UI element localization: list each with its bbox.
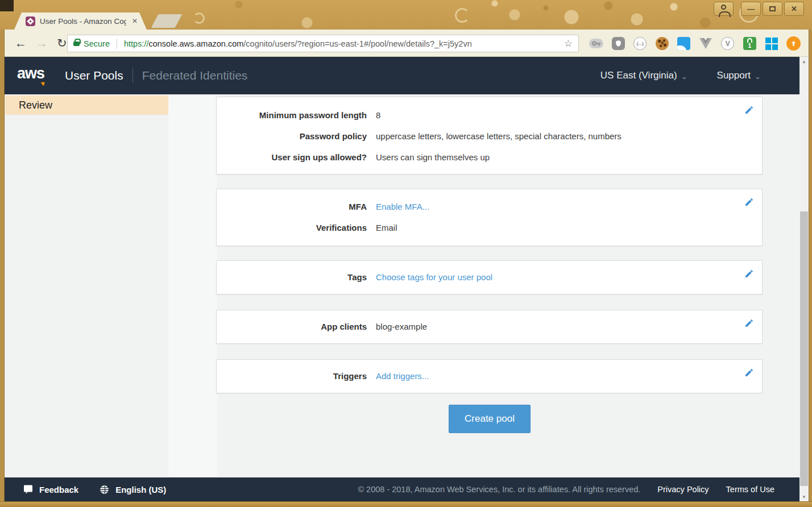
password-policy-panel: Minimum password length 8 Password polic… [216, 97, 763, 174]
add-triggers-link[interactable]: Add triggers... [376, 371, 429, 381]
browser-tab[interactable]: User Pools - Amazon Cog ✕ [14, 13, 147, 30]
review-row: Password policy uppercase letters, lower… [217, 131, 762, 142]
minimize-icon: — [747, 5, 755, 13]
language-label: English (US) [115, 485, 166, 494]
secure-padlock-icon [73, 41, 80, 46]
aws-nav-bar: aws User Pools Federated Identities US E… [5, 57, 799, 94]
profile-button[interactable] [714, 2, 734, 16]
row-value: 8 [376, 110, 380, 120]
forward-button[interactable]: → [36, 37, 48, 49]
theme-corner-art [0, 0, 14, 11]
v-circle-extension-icon[interactable]: V [720, 36, 735, 51]
page-scrollbar[interactable]: ▲ ▼ [799, 57, 809, 501]
maximize-button[interactable] [763, 2, 782, 16]
scrollbar-thumb[interactable] [800, 211, 808, 486]
page-viewport: aws User Pools Federated Identities US E… [5, 57, 799, 501]
vue-devtools-extension-icon[interactable] [699, 36, 713, 51]
browser-toolbar: ← → ↻ Secure https://console.aws.amazon.… [5, 30, 809, 57]
window-frame-right [809, 30, 812, 507]
copyright-text: © 2008 - 2018, Amazon Web Services, Inc.… [358, 485, 640, 494]
review-row: Triggers Add triggers... [217, 371, 762, 381]
choose-tags-link[interactable]: Choose tags for your user pool [376, 272, 492, 282]
scroll-down-icon[interactable]: ▼ [799, 492, 809, 501]
review-row: Verifications Email [217, 223, 762, 233]
sidebar-item-label: Review [19, 99, 52, 111]
globe-icon [99, 484, 110, 495]
secure-label: Secure [84, 39, 110, 48]
chevron-down-icon: ⌄ [681, 72, 687, 81]
minimize-button[interactable]: — [741, 2, 761, 16]
region-label: US East (Virginia) [600, 70, 677, 81]
bookmark-star-icon[interactable]: ☆ [564, 38, 573, 49]
review-row: App clients blog-example [217, 322, 762, 332]
scroll-up-icon[interactable]: ▲ [799, 57, 809, 66]
cookie-extension-icon[interactable] [655, 36, 669, 51]
aws-footer: Feedback English (US) © 2008 - 2018, Ama… [5, 477, 799, 501]
address-bar[interactable]: Secure https://console.aws.amazon.com/co… [67, 35, 579, 52]
url-text: https://console.aws.amazon.com/cognito/u… [124, 39, 560, 48]
enable-mfa-link[interactable]: Enable MFA... [376, 202, 429, 212]
nav-divider [132, 68, 133, 83]
edit-pencil-icon[interactable] [744, 368, 754, 377]
language-selector[interactable]: English (US) [99, 484, 166, 495]
url-divider [117, 39, 117, 49]
browser-window: User Pools - Amazon Cog ✕ — ✕ ← → ↻ Secu… [0, 0, 812, 507]
triggers-panel: Triggers Add triggers... [216, 359, 763, 393]
feedback-button[interactable]: Feedback [23, 484, 78, 494]
reload-button[interactable]: ↻ [57, 37, 67, 49]
theme-ornament [193, 13, 205, 24]
edit-pencil-icon[interactable] [744, 197, 754, 207]
back-button[interactable]: ← [15, 37, 27, 49]
region-selector[interactable]: US East (Virginia)⌄ [600, 70, 687, 81]
tab-close-icon[interactable]: ✕ [132, 17, 138, 25]
maximize-icon [769, 6, 776, 11]
edit-pencil-icon[interactable] [744, 318, 754, 328]
row-value: Email [376, 223, 397, 233]
terms-of-use-link[interactable]: Terms of Use [726, 485, 774, 494]
edit-pencil-icon[interactable] [744, 269, 754, 279]
theme-ornament [455, 8, 470, 23]
row-label: Triggers [217, 371, 367, 381]
close-button[interactable]: ✕ [784, 2, 804, 16]
create-pool-button[interactable]: Create pool [449, 405, 531, 433]
review-row: MFA Enable MFA... [217, 202, 762, 212]
edit-pencil-icon[interactable] [744, 105, 754, 115]
tab-title: User Pools - Amazon Cog [40, 17, 126, 26]
privacy-policy-link[interactable]: Privacy Policy [657, 485, 709, 494]
speech-bubble-icon [23, 484, 34, 494]
nav-federated-identities[interactable]: Federated Identities [142, 69, 248, 82]
aws-logo-text: aws [17, 65, 44, 82]
close-icon: ✕ [791, 5, 797, 13]
aws-logo[interactable]: aws [17, 66, 49, 81]
url-domain: console.aws.amazon.com [148, 39, 243, 48]
nav-user-pools[interactable]: User Pools [65, 69, 123, 82]
url-scheme: https:// [124, 39, 149, 48]
review-row: Minimum password length 8 [217, 110, 762, 120]
screen-capture-extension-icon[interactable] [677, 36, 691, 51]
row-label: App clients [217, 322, 367, 332]
row-value: Users can sign themselves up [376, 152, 490, 163]
new-tab-button[interactable] [151, 14, 183, 28]
support-label: Support [717, 70, 751, 81]
window-frame-left [0, 30, 5, 507]
row-value: blog-example [376, 322, 427, 332]
row-value: uppercase letters, lowercase letters, sp… [376, 131, 622, 142]
shield-extension-icon[interactable] [611, 36, 625, 51]
feedback-label: Feedback [39, 485, 78, 494]
extension-bar: {...} V 1 [586, 35, 804, 52]
row-label: Password policy [217, 131, 367, 142]
windows-extension-icon[interactable] [764, 36, 778, 51]
password-lock-extension-icon[interactable]: 1 [743, 36, 757, 51]
key-extension-icon[interactable] [589, 36, 603, 51]
person-icon [721, 5, 726, 10]
url-path: /cognito/users/?region=us-east-1#/pool/n… [243, 39, 471, 48]
row-label: MFA [217, 202, 367, 212]
titlebar: User Pools - Amazon Cog ✕ — ✕ [0, 0, 812, 30]
code-braces-extension-icon[interactable]: {...} [633, 36, 647, 51]
support-menu[interactable]: Support⌄ [717, 70, 761, 81]
row-label: Tags [217, 272, 367, 282]
sidebar-item-review[interactable]: Review [5, 95, 168, 115]
page-body: Review Minimum password length 8 Passwor… [5, 94, 799, 477]
window-frame-bottom [0, 501, 812, 507]
upload-arrow-extension-icon[interactable] [786, 36, 801, 51]
